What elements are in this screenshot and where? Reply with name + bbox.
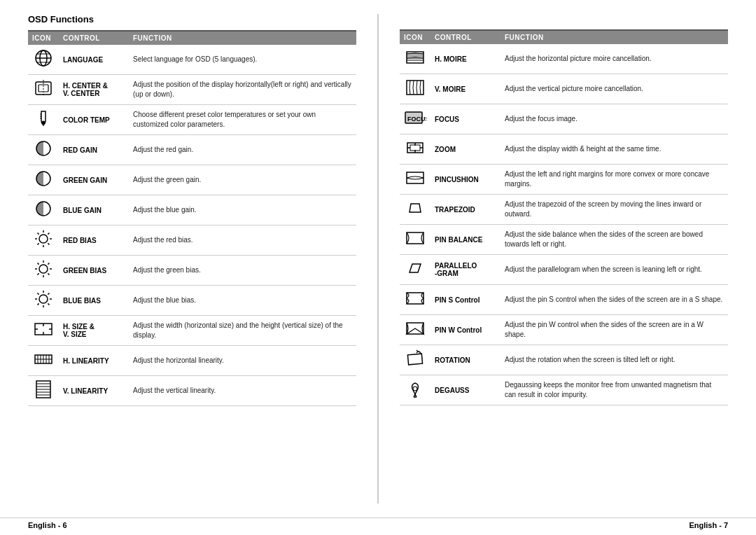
svg-rect-73 (407, 293, 424, 304)
svg-text:FOCUS: FOCUS (407, 116, 426, 123)
icon-cell (400, 225, 430, 255)
icon-cell (28, 316, 59, 346)
function-cell: Adjust the vertical picture moire cancel… (500, 74, 728, 104)
control-cell: PIN W Control (430, 315, 500, 345)
svg-rect-71 (407, 172, 424, 183)
right-table: ICON CONTROL FUNCTION H. MOIREAdjust the… (400, 31, 728, 405)
icon-cell (400, 285, 430, 315)
function-cell: Adjust the display width & height at the… (500, 134, 728, 165)
function-cell: Adjust the horizontal picture moire canc… (500, 44, 728, 74)
function-cell: Adjust the focus image. (500, 104, 728, 134)
function-cell: Adjust the left and right margins for mo… (500, 165, 728, 195)
icon-cell (28, 135, 59, 165)
control-cell: H. LINEARITY (59, 346, 129, 376)
icon-cell (400, 345, 430, 375)
icon-cell (400, 44, 430, 74)
control-cell: RED GAIN (59, 135, 129, 165)
icon-cell (28, 286, 59, 316)
icon-cell (28, 45, 59, 75)
icon-cell (400, 315, 430, 345)
table-row: RED BIASAdjust the red bias. (28, 225, 356, 256)
function-cell: Adjust the width (horizontal size) and t… (129, 316, 356, 346)
right-header-icon: ICON (400, 31, 430, 44)
table-row: GREEN BIASAdjust the green bias. (28, 256, 356, 286)
table-row: H. LINEARITYAdjust the horizontal linear… (28, 346, 356, 376)
control-cell: DEGAUSS (430, 375, 500, 405)
table-row: V. LINEARITYAdjust the vertical linearit… (28, 376, 356, 406)
svg-line-26 (38, 263, 39, 265)
left-table: ICON CONTROL FUNCTION LANGUAGESelect lan… (28, 32, 356, 406)
left-header-function: FUNCTION (129, 32, 356, 45)
svg-line-38 (38, 303, 39, 305)
svg-line-17 (38, 233, 39, 235)
table-row: PIN W ControlAdjust the pin W control wh… (400, 315, 728, 345)
control-cell: H. CENTER &V. CENTER (59, 75, 129, 105)
control-cell: H. SIZE &V. SIZE (59, 316, 129, 346)
function-cell: Adjust the pin S control when the sides … (500, 285, 728, 315)
control-cell: RED BIAS (59, 225, 129, 256)
control-cell: TRAPEZOID (430, 195, 500, 225)
control-cell: V. LINEARITY (59, 376, 129, 406)
function-cell: Adjust the red bias. (129, 225, 356, 256)
svg-point-30 (39, 295, 48, 303)
table-row: BLUE GAINAdjust the blue gain. (28, 195, 356, 225)
svg-point-76 (413, 387, 417, 391)
control-cell: V. MOIRE (430, 74, 500, 104)
table-row: H. SIZE &V. SIZEAdjust the width (horizo… (28, 316, 356, 346)
icon-cell (400, 255, 430, 285)
function-cell: Select language for OSD (5 languages). (129, 45, 356, 75)
control-cell: ZOOM (430, 134, 500, 165)
table-row: H. MOIREAdjust the horizontal picture mo… (400, 44, 728, 74)
table-row: LANGUAGESelect language for OSD (5 langu… (28, 45, 356, 75)
svg-point-11 (42, 121, 46, 125)
function-cell: Degaussing keeps the monitor free from u… (500, 375, 728, 405)
svg-line-36 (48, 303, 49, 305)
icon-cell (28, 165, 59, 195)
icon-cell (400, 134, 430, 165)
right-header-function: FUNCTION (500, 31, 728, 44)
icon-cell: FOCUS (400, 104, 430, 134)
control-cell: GREEN GAIN (59, 165, 129, 195)
icon-cell (400, 74, 430, 104)
function-cell: Adjust the position of the display horiz… (129, 75, 356, 105)
icon-cell (28, 256, 59, 286)
function-cell: Adjust the red gain. (129, 135, 356, 165)
page-footer: English - 6 English - 7 (0, 517, 756, 535)
left-panel: OSD Functions ICON CONTROL FUNCTION LANG… (7, 14, 377, 503)
function-cell: Adjust the green bias. (129, 256, 356, 286)
left-panel-title: OSD Functions (28, 14, 356, 25)
right-header-control: CONTROL (430, 31, 500, 44)
left-header-control: CONTROL (59, 32, 129, 45)
table-row: H. CENTER &V. CENTERAdjust the position … (28, 75, 356, 105)
control-cell: PIN S Control (430, 285, 500, 315)
icon-cell (28, 376, 59, 406)
control-cell: PINCUSHION (430, 165, 500, 195)
function-cell: Adjust the pin W control when the sides … (500, 315, 728, 345)
svg-line-28 (48, 263, 49, 265)
control-cell: H. MOIRE (430, 44, 500, 74)
icon-cell (400, 375, 430, 405)
table-row: DEGAUSSDegaussing keeps the monitor free… (400, 375, 728, 405)
table-row: FOCUSFOCUSAdjust the focus image. (400, 104, 728, 134)
table-row: ZOOMAdjust the display width & height at… (400, 134, 728, 165)
icon-cell (400, 195, 430, 225)
table-row: PIN BALANCEAdjust the side balance when … (400, 225, 728, 255)
control-cell: BLUE GAIN (59, 195, 129, 225)
table-row: COLOR TEMPChoose different preset color … (28, 105, 356, 135)
table-row: ROTATIONAdjust the rotation when the scr… (400, 345, 728, 375)
svg-point-21 (39, 265, 48, 273)
function-cell: Adjust the parallelogram when the screen… (500, 255, 728, 285)
footer-left: English - 6 (28, 521, 67, 529)
table-row: RED GAINAdjust the red gain. (28, 135, 356, 165)
control-cell: FOCUS (430, 104, 500, 134)
control-cell: COLOR TEMP (59, 105, 129, 135)
table-row: GREEN GAINAdjust the green gain. (28, 165, 356, 195)
svg-line-20 (38, 243, 39, 244)
svg-line-27 (48, 273, 49, 275)
function-cell: Adjust the side balance when the sides o… (500, 225, 728, 255)
icon-cell (28, 225, 59, 256)
function-cell: Adjust the vertical linearity. (129, 376, 356, 406)
footer-right: English - 7 (689, 521, 728, 529)
function-cell: Adjust the blue bias. (129, 286, 356, 316)
control-cell: ROTATION (430, 345, 500, 375)
